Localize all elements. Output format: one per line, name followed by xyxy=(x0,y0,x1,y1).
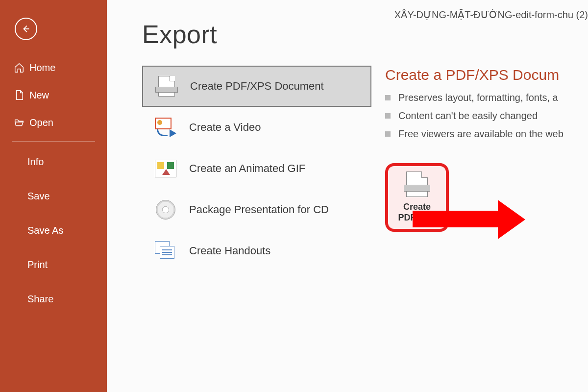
sidebar-item-label: Save xyxy=(27,191,50,202)
export-option-handouts[interactable]: Create Handouts xyxy=(142,230,371,271)
pdf-document-icon xyxy=(406,172,428,197)
detail-bullet: Preserves layout, formatting, fonts, a xyxy=(385,92,588,103)
export-option-gif[interactable]: Create an Animated GIF xyxy=(142,148,371,189)
back-button[interactable] xyxy=(15,18,37,40)
sidebar-item-print[interactable]: Print xyxy=(27,247,107,282)
cd-icon xyxy=(151,197,180,222)
detail-bullet: Content can't be easily changed xyxy=(385,110,588,122)
detail-bullet-list: Preserves layout, formatting, fonts, a C… xyxy=(385,92,588,140)
handouts-icon xyxy=(151,238,180,264)
pdf-document-icon xyxy=(152,74,181,99)
detail-title: Create a PDF/XPS Docum xyxy=(385,67,588,83)
sidebar-item-open[interactable]: Open xyxy=(14,109,107,136)
open-icon xyxy=(14,117,29,128)
home-icon xyxy=(14,62,29,73)
sidebar-item-label: Open xyxy=(29,117,53,128)
sidebar-divider xyxy=(12,141,95,142)
create-pdf-xps-button[interactable]: Create PDF/XPS xyxy=(385,163,449,232)
video-icon xyxy=(151,115,180,140)
sidebar-item-info[interactable]: Info xyxy=(27,145,107,179)
backstage-sidebar: Home New Open Info Save Save As Print Sh… xyxy=(0,0,107,392)
export-options-list: Create PDF/XPS Document Create a Video C… xyxy=(107,66,371,271)
export-option-label: Create Handouts xyxy=(189,245,270,257)
export-option-label: Create PDF/XPS Document xyxy=(190,80,324,93)
export-option-video[interactable]: Create a Video xyxy=(142,107,371,148)
sidebar-item-label: New xyxy=(29,90,49,101)
sidebar-item-label: Share xyxy=(27,294,53,305)
sidebar-item-new[interactable]: New xyxy=(14,81,107,109)
sidebar-item-label: Home xyxy=(29,62,55,74)
main-panel: XÂY-DỰNG-MẶT-ĐƯỜNG-edit-form-chu (2) Exp… xyxy=(107,0,588,392)
sidebar-item-label: Info xyxy=(27,156,44,168)
page-title: Export xyxy=(142,20,588,49)
back-arrow-icon xyxy=(21,24,31,34)
export-option-pdf[interactable]: Create PDF/XPS Document xyxy=(142,66,371,107)
document-title: XÂY-DỰNG-MẶT-ĐƯỜNG-edit-form-chu (2) xyxy=(394,9,588,21)
sidebar-item-save-as[interactable]: Save As xyxy=(27,213,107,247)
export-detail-panel: Create a PDF/XPS Docum Preserves layout,… xyxy=(371,66,588,271)
create-button-label: Create PDF/XPS xyxy=(391,202,443,223)
sidebar-item-label: Print xyxy=(27,259,48,270)
gif-icon xyxy=(151,156,180,181)
sidebar-item-home[interactable]: Home xyxy=(14,54,107,81)
new-icon xyxy=(14,90,29,100)
export-option-label: Create a Video xyxy=(189,121,261,134)
sidebar-item-share[interactable]: Share xyxy=(27,282,107,316)
export-option-label: Package Presentation for CD xyxy=(189,203,329,216)
sidebar-item-save[interactable]: Save xyxy=(27,179,107,213)
export-option-package-cd[interactable]: Package Presentation for CD xyxy=(142,189,371,230)
export-option-label: Create an Animated GIF xyxy=(189,162,305,175)
sidebar-item-label: Save As xyxy=(27,225,63,236)
detail-bullet: Free viewers are available on the web xyxy=(385,128,588,140)
